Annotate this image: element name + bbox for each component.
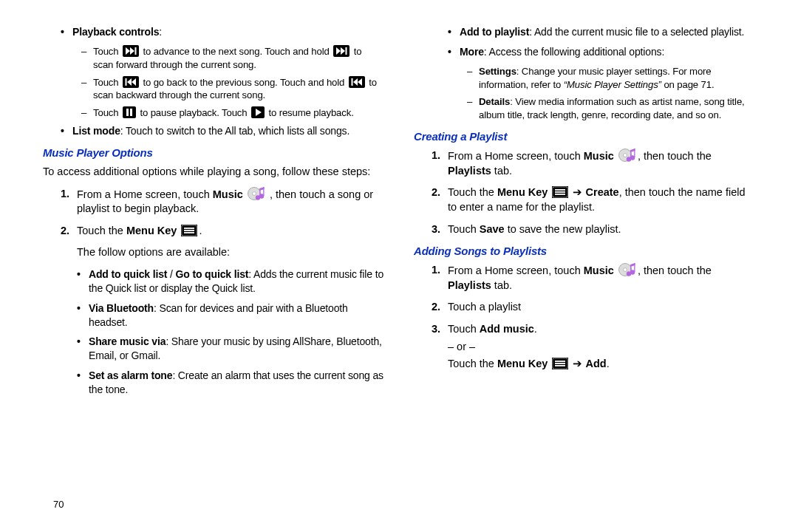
dash-icon bbox=[467, 95, 479, 122]
list-mode-item: List mode: Touch to switch to the All ta… bbox=[61, 124, 384, 138]
dash-icon bbox=[81, 45, 93, 72]
rewind-icon bbox=[123, 76, 139, 88]
fast-forward-icon bbox=[333, 45, 349, 57]
page-number: 70 bbox=[53, 499, 64, 510]
add-step-2: 2. Touch a playlist bbox=[432, 300, 755, 315]
opt-share: Share music via: Share your music by usi… bbox=[77, 335, 384, 363]
dash-icon bbox=[467, 65, 479, 92]
create-step-2: 2. Touch the Menu Key ➔ Create, then tou… bbox=[432, 185, 755, 214]
menu-key-icon bbox=[181, 225, 197, 236]
left-column: Playback controls: Touch to advance to t… bbox=[43, 22, 399, 517]
bullet-icon bbox=[61, 25, 72, 39]
opt-addplaylist: Add to playlist: Add the current music f… bbox=[448, 25, 755, 39]
dash-icon bbox=[81, 76, 93, 103]
bullet-icon bbox=[77, 369, 89, 397]
heading-adding-songs: Adding Songs to Playlists bbox=[414, 244, 755, 259]
right-column: Add to playlist: Add the current music f… bbox=[399, 22, 755, 517]
options-intro: To access additional options while playi… bbox=[43, 165, 384, 180]
create-step-1: 1. From a Home screen, touch Music , the… bbox=[432, 149, 755, 178]
heading-creating-playlist: Creating a Playlist bbox=[414, 129, 755, 144]
add-step-3: 3. Touch Add music. – or – Touch the Men… bbox=[432, 322, 755, 372]
rewind-icon bbox=[349, 76, 365, 88]
more-settings: Settings: Change your music player setti… bbox=[467, 65, 755, 92]
step-2: 2. Touch the Menu Key . The follow optio… bbox=[61, 224, 384, 260]
bullet-icon bbox=[61, 124, 72, 138]
or-separator: – or – bbox=[448, 340, 610, 355]
opt-quicklist: Add to quick list / Go to quick list: Ad… bbox=[77, 267, 384, 296]
menu-key-icon bbox=[552, 358, 568, 369]
opt-more: More: Access the following additional op… bbox=[448, 45, 755, 59]
more-details: Details: View media information such as … bbox=[467, 95, 755, 122]
opt-alarm: Set as alarm tone: Create an alarm that … bbox=[77, 369, 384, 397]
playback-label: Playback controls bbox=[72, 26, 159, 38]
bullet-icon bbox=[448, 45, 460, 59]
follow-options-text: The follow options are available: bbox=[77, 245, 230, 260]
opt-bluetooth: Via Bluetooth: Scan for devices and pair… bbox=[77, 301, 384, 330]
music-app-icon bbox=[618, 263, 636, 276]
manual-page: Playback controls: Touch to advance to t… bbox=[0, 0, 798, 532]
play-icon bbox=[251, 106, 265, 118]
pause-icon bbox=[123, 106, 136, 118]
bullet-icon bbox=[77, 301, 89, 330]
add-step-1: 1. From a Home screen, touch Music , the… bbox=[432, 263, 755, 293]
bullet-icon bbox=[77, 267, 89, 296]
music-app-icon bbox=[248, 187, 265, 200]
heading-music-player-options: Music Player Options bbox=[43, 146, 384, 160]
fast-forward-icon bbox=[123, 45, 139, 57]
bullet-icon bbox=[77, 335, 89, 363]
playback-prev: Touch to go back to the previous song. T… bbox=[81, 76, 384, 103]
dash-icon bbox=[81, 106, 93, 120]
bullet-icon bbox=[448, 25, 460, 39]
menu-key-icon bbox=[552, 186, 568, 198]
playback-next: Touch to advance to the next song. Touch… bbox=[81, 45, 384, 72]
create-step-3: 3. Touch Save to save the new playlist. bbox=[432, 222, 755, 237]
playback-pause: Touch to pause playback. Touch to resume… bbox=[81, 106, 384, 120]
playback-controls-header: Playback controls: bbox=[61, 25, 384, 39]
music-app-icon bbox=[618, 149, 636, 162]
step-1: 1. From a Home screen, touch Music , the… bbox=[61, 187, 384, 216]
